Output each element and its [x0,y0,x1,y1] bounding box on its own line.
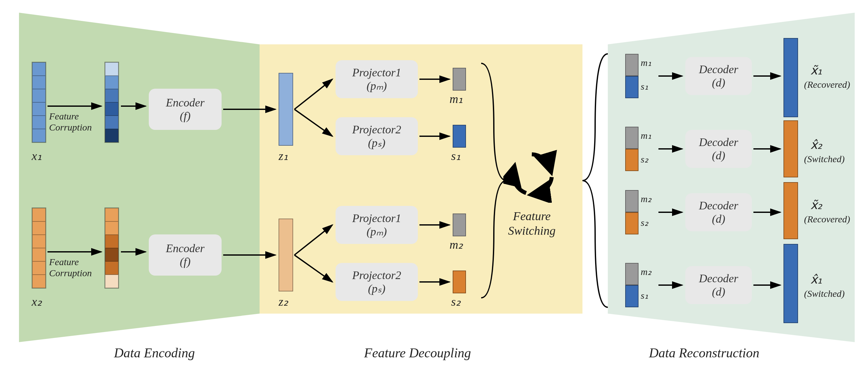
s2-r3: s₂ [641,217,648,228]
encoder-box-1: Encoder (f) [149,89,222,130]
decoder-title-2: Decoder [699,136,738,149]
stage-label-decoupling: Feature Decoupling [364,345,471,361]
corrupted-x2-vector [104,207,119,289]
recovered-2: (Recovered) [804,214,850,225]
m2-vec [453,214,466,236]
decoder-box-3: Decoder (d) [685,193,752,231]
x1-hat-label: x̂₁ [810,273,822,286]
concat-m2-s2 [625,190,639,234]
s2-label: s₂ [451,294,461,309]
s1-label: s₁ [451,149,461,163]
projector2-box-2: Projector2 (pₛ) [336,263,418,301]
m2-r3: m₂ [641,193,651,204]
decoder-sub-1: (d) [712,76,725,89]
s2-vec [453,271,466,293]
z1-label: z₁ [279,149,288,163]
encoder-sub: (f) [180,109,191,122]
feature-switching-label: Feature Switching [508,209,556,238]
out-x2-tilde [783,182,798,239]
encoder-title: Encoder [166,96,205,109]
x1-tilde-label: x̃₁ [810,63,822,77]
feature-switching-icon [503,146,560,203]
background-panels [0,0,868,370]
corrupted-x1-vector [104,62,119,143]
decoder-title-4: Decoder [699,272,738,285]
feature-corruption-label-2: Feature Corruption [49,257,92,279]
m1-r1: m₁ [641,57,651,68]
svg-marker-0 [19,13,259,342]
projector1-box-1: Projector1 (pₘ) [336,60,418,98]
out-x1-tilde [783,38,798,117]
s1-vec [453,125,466,148]
switched-2: (Switched) [804,288,844,299]
input-x1-vector [32,62,46,143]
concat-m2-s1 [625,263,639,307]
recovered-1: (Recovered) [804,79,850,90]
projector2-sub: (pₛ) [368,136,385,149]
decoder-box-2: Decoder (d) [685,130,752,168]
projector1-sub-2: (pₘ) [367,225,387,238]
feature-corruption-label-1: Feature Corruption [49,111,92,133]
m2-label: m₂ [450,237,463,252]
z1-vector [279,73,293,146]
concat-m1-s2 [625,127,639,171]
projector1-title: Projector1 [352,66,401,79]
encoder-box-2: Encoder (f) [149,234,222,276]
concat-m1-s1 [625,54,639,98]
s1-r1: s₁ [641,81,648,92]
z2-label: z₂ [279,294,288,309]
stage-label-encoding: Data Encoding [114,345,195,361]
projector1-box-2: Projector1 (pₘ) [336,206,418,244]
stage-label-reconstruction: Data Reconstruction [649,345,760,361]
projector2-sub-2: (pₛ) [368,282,385,295]
z2-vector [279,219,293,291]
decoder-title-1: Decoder [699,63,738,76]
decoder-box-4: Decoder (d) [685,266,752,304]
projector1-title-2: Projector1 [352,211,401,225]
encoder-title-2: Encoder [166,242,205,255]
switched-1: (Switched) [804,154,844,164]
x2-label: x₂ [32,294,42,309]
encoder-sub-2: (f) [180,255,191,268]
projector2-title: Projector2 [352,123,401,136]
s2-r2: s₂ [641,154,648,165]
out-x1-hat [783,244,798,323]
decoder-title-3: Decoder [699,199,738,212]
m1-r2: m₁ [641,130,651,141]
projector1-sub: (pₘ) [367,79,387,92]
input-x2-vector [32,207,46,289]
decoder-sub-3: (d) [712,212,725,226]
m1-vec [453,68,466,91]
decoder-sub-4: (d) [712,285,725,298]
decoder-box-1: Decoder (d) [685,57,752,95]
decoder-sub-2: (d) [712,149,725,162]
s1-r4: s₁ [641,290,648,301]
x1-label: x₁ [32,149,42,163]
out-x2-hat [783,120,798,177]
m2-r4: m₂ [641,266,651,277]
projector2-title-2: Projector2 [352,268,401,282]
x2-tilde-label: x̃₂ [810,198,822,212]
projector2-box-1: Projector2 (pₛ) [336,117,418,155]
m1-label: m₁ [450,92,463,106]
x2-hat-label: x̂₂ [810,138,822,152]
